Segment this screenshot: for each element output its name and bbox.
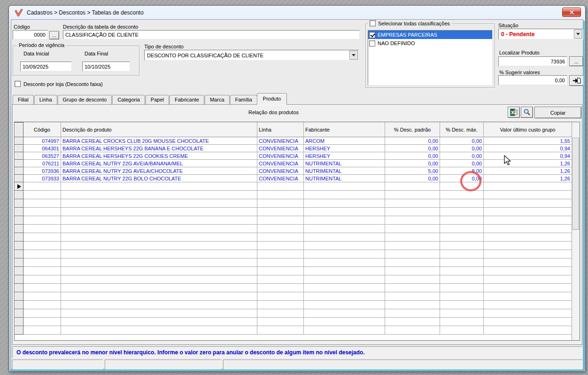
column-header-valor-ultimo-custo-grupo[interactable]: Valor último custo grupo (484, 122, 572, 137)
scrollbar-thumb[interactable] (573, 138, 579, 230)
row-selector-cell[interactable] (14, 207, 23, 216)
tipo-desconto-dropdown-button[interactable] (349, 51, 358, 60)
export-excel-button[interactable]: X (508, 107, 520, 118)
tab-familia[interactable]: Família (230, 95, 257, 105)
table-row[interactable]: 073933BARRA CEREAL NUTRY 22G BOLO CHOCOL… (15, 175, 573, 182)
titlebar: Cadastros > Descontos > Tabelas de desco… (9, 6, 585, 19)
desconto-loja-checkbox[interactable]: Desconto por loja (Desconto faixa) (15, 81, 103, 87)
status-panel-1 (12, 359, 103, 370)
grid-vertical-scrollbar[interactable] (572, 122, 580, 340)
cell-descricao-do-produto (61, 199, 257, 208)
tipo-desconto-combo[interactable]: DESCONTO POR CLASSIFICAÇÃO DE CLIENTE (144, 50, 359, 61)
column-header-linha[interactable]: Linha (257, 122, 304, 137)
cell-descricao-do-produto (61, 284, 257, 292)
tab-papel[interactable]: Papel (146, 95, 169, 105)
cell-valor-ultimo-custo-grupo (484, 233, 572, 242)
cell-descricao-do-produto (61, 318, 257, 326)
row-selector-cell[interactable] (14, 283, 23, 292)
row-selector-cell[interactable] (14, 224, 23, 233)
cell--desc-padrao: 0,00 (385, 145, 440, 152)
row-selector-cell[interactable] (14, 152, 23, 160)
codigo-input[interactable]: 0000 (13, 30, 48, 39)
table-row[interactable]: 064301BARRA CEREAL HERSHEYS 22G BANANA E… (15, 145, 573, 152)
row-indicator-cell[interactable] (14, 182, 23, 191)
empty-row (15, 191, 573, 199)
classification-item-nao-definido[interactable]: NAO DEFINIDO (368, 39, 492, 47)
select-all-checkbox[interactable] (370, 20, 376, 26)
column-header-codigo[interactable]: Código (23, 122, 61, 137)
data-inicial-input[interactable]: 10/09/2025 (20, 62, 72, 71)
empty-row (15, 292, 573, 301)
row-selector-cell[interactable] (14, 174, 23, 182)
sugerir-valores-input[interactable]: 0,00 (498, 75, 567, 85)
tab-marca[interactable]: Marca (205, 95, 230, 105)
excel-icon: X (510, 109, 518, 116)
row-selector-cell[interactable] (14, 159, 23, 167)
close-button[interactable] (562, 8, 581, 17)
row-selector-cell[interactable] (14, 241, 23, 250)
cell--desc-max- (440, 250, 484, 258)
row-selector-cell[interactable] (14, 309, 23, 318)
cell-codigo (23, 191, 61, 199)
situacao-combo[interactable]: 0 - Pendente (498, 29, 583, 39)
table-row[interactable]: 074997BARRA CEREAL CROCKS CLUB 20G MOUSS… (15, 137, 573, 145)
row-selector-cell[interactable] (14, 137, 23, 145)
column-header-fabricante[interactable]: Fabricante (304, 122, 385, 137)
cell-codigo (23, 242, 61, 250)
cell-codigo (23, 275, 61, 284)
row-selector-cell[interactable] (14, 144, 23, 152)
apply-suggested-values-button[interactable] (569, 75, 584, 86)
row-selector-cell[interactable] (14, 258, 23, 267)
row-selector-cell[interactable] (14, 216, 23, 225)
row-selector-cell[interactable] (14, 122, 23, 137)
row-selector-cell[interactable] (14, 233, 23, 242)
localizar-produto-browse-button[interactable]: ... (569, 56, 583, 66)
row-selector-cell[interactable] (14, 292, 23, 301)
row-selector-cell[interactable] (14, 317, 23, 326)
copy-button[interactable]: Copiar (534, 107, 581, 118)
cell--desc-padrao (385, 284, 440, 292)
data-final-input[interactable]: 10/10/2025 (82, 62, 130, 71)
table-row[interactable]: 073936BARRA CEREAL NUTRY 22G AVELA/CHOCO… (15, 167, 573, 175)
codigo-browse-button[interactable]: ... (49, 31, 59, 39)
descricao-input[interactable]: CLASSIFICAÇÃO DE CLIENTE (63, 30, 360, 39)
column-header--desc-max-[interactable]: % Desc. máx. (440, 122, 484, 137)
row-selector-cell[interactable] (14, 300, 23, 309)
row-selector-cell[interactable] (14, 326, 23, 335)
cell-linha (257, 318, 304, 326)
table-row[interactable]: 063527BARRA CEREAL HERSHEYS 22G COOKIES … (15, 152, 573, 160)
row-selector-cell[interactable] (14, 275, 23, 284)
tab-filial[interactable]: Filial (13, 95, 34, 105)
table-row[interactable]: 076211BARRA CEREAL NUTRY 22G AVEIA/BANAN… (15, 160, 573, 167)
products-grid[interactable]: CódigoDescrição do produtoLinhaFabricant… (14, 122, 580, 341)
cell-valor-ultimo-custo-grupo: 1,26 (484, 167, 572, 175)
tab-linha[interactable]: Linha (34, 95, 57, 105)
tab-categoria[interactable]: Categoria (112, 95, 145, 105)
search-grid-button[interactable] (521, 107, 533, 118)
tab-fabricante[interactable]: Fabricante (170, 95, 204, 105)
app-logo-icon (15, 9, 23, 16)
cell--desc-padrao (385, 242, 440, 250)
row-selector-cell[interactable] (14, 266, 23, 275)
row-selector-cell[interactable] (14, 167, 23, 175)
column-header--desc-padrao[interactable]: % Desc. padrão (385, 122, 440, 137)
cell-linha (257, 258, 304, 267)
cell-linha: CONVENIENCIA (257, 152, 304, 160)
chevron-down-icon (352, 54, 356, 56)
classification-item-empresas-parceiras[interactable]: EMPRESAS PARCEIRAS (368, 31, 492, 39)
localizar-produto-input[interactable]: 73936 (498, 56, 567, 66)
checkbox-icon[interactable] (369, 40, 375, 47)
checkbox-icon[interactable] (369, 32, 375, 38)
cell--desc-max-: 0,00 (440, 152, 484, 160)
classification-list[interactable]: EMPRESAS PARCEIRASNAO DEFINIDO (368, 30, 493, 86)
situacao-dropdown-button[interactable] (574, 30, 582, 39)
cell-fabricante: NUTRIMENTAL (304, 167, 385, 175)
row-selector-cell[interactable] (14, 250, 23, 258)
empty-row (15, 275, 573, 284)
tab-grupo-de-desconto[interactable]: Grupo de desconto (58, 95, 112, 105)
tab-produto[interactable]: Produto (257, 93, 287, 105)
column-header-descricao-do-produto[interactable]: Descrição do produto (61, 122, 257, 137)
grid-toolbar: Relação dos produtos X (14, 107, 580, 119)
row-selector-cell[interactable] (14, 199, 23, 208)
row-selector-cell[interactable] (14, 190, 23, 199)
